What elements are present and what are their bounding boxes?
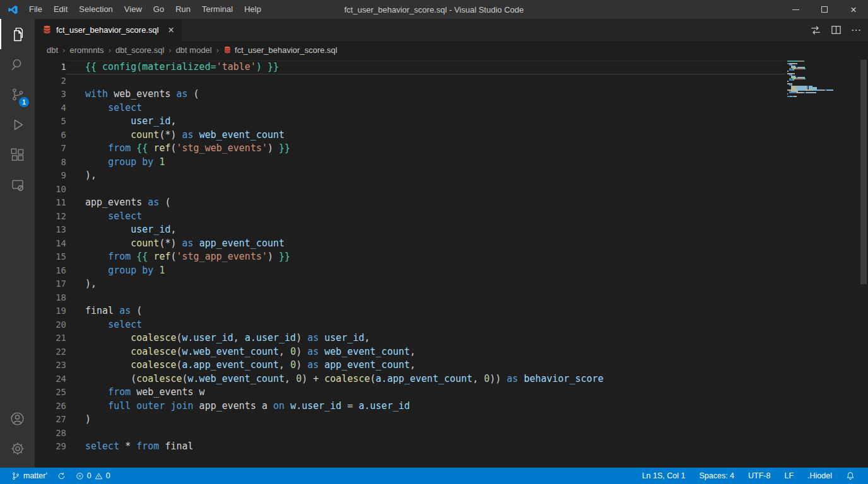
code-editor[interactable]: 1{{ config(materialized='table') }}23wit… xyxy=(35,59,868,468)
line-number[interactable]: 24 xyxy=(35,372,66,386)
code-line[interactable]: 25 from web_events w xyxy=(35,386,868,400)
close-button[interactable]: × xyxy=(839,0,868,19)
code-line[interactable]: 23 coalesce(a.app_event_count, 0) as app… xyxy=(35,359,868,372)
menu-edit[interactable]: Edit xyxy=(48,0,73,19)
code-line[interactable]: 21 coalesce(w.user_id, a.user_id) as use… xyxy=(35,331,868,345)
sync-button[interactable] xyxy=(52,468,71,484)
menu-run[interactable]: Run xyxy=(170,0,196,19)
code-line[interactable]: 13 user_id, xyxy=(35,223,868,237)
line-number[interactable]: 25 xyxy=(35,386,66,400)
code-line[interactable]: 7 from {{ ref('stg_web_events') }} xyxy=(35,142,868,156)
code-line[interactable]: 28 xyxy=(35,427,868,441)
line-number[interactable]: 8 xyxy=(35,156,66,170)
breadcrumb-item-folder[interactable]: eromnnts xyxy=(69,45,104,55)
tab-fct-user-behavior-score[interactable]: fct_user_behavior_score.sql × xyxy=(35,19,182,41)
code-line[interactable]: 19final as ( xyxy=(35,304,868,318)
code-line[interactable]: 29select * from final xyxy=(35,440,868,454)
line-number[interactable]: 17 xyxy=(35,277,66,291)
search-button[interactable] xyxy=(0,49,35,79)
problems-status[interactable]: 0 0 xyxy=(71,468,115,484)
line-number[interactable]: 18 xyxy=(35,291,66,305)
line-number[interactable]: 20 xyxy=(35,318,66,332)
extensions-button[interactable] xyxy=(0,140,35,170)
line-number[interactable]: 3 xyxy=(35,88,66,101)
open-changes-icon[interactable] xyxy=(810,25,821,36)
cursor-position-status[interactable]: Ln 1S, Col 1 xyxy=(635,468,693,484)
breadcrumb-item-dbt-model[interactable]: dbt model xyxy=(175,45,213,55)
indentation-status[interactable]: Spaces: 4 xyxy=(692,468,741,484)
line-number[interactable]: 10 xyxy=(35,183,66,197)
line-number[interactable]: 13 xyxy=(35,223,66,237)
menu-go[interactable]: Go xyxy=(148,0,170,19)
code-line[interactable]: 26 full outer join app_events a on w.use… xyxy=(35,400,868,413)
breadcrumb-item-file[interactable]: fct_user_behavior_score.sql xyxy=(223,45,338,55)
code-line[interactable]: 16 group by 1 xyxy=(35,264,868,278)
line-number[interactable]: 1 xyxy=(35,60,66,74)
line-number[interactable]: 9 xyxy=(35,169,66,183)
line-number[interactable]: 11 xyxy=(35,196,66,210)
line-number[interactable]: 12 xyxy=(35,210,66,224)
line-number[interactable]: 6 xyxy=(35,129,66,142)
settings-button[interactable] xyxy=(0,434,35,464)
code-line[interactable]: 11app_events as ( xyxy=(35,196,868,210)
more-actions-icon[interactable]: ⋯ xyxy=(851,24,862,36)
code-line[interactable]: 10 xyxy=(35,183,868,197)
minimap[interactable] xyxy=(787,60,858,97)
line-number[interactable]: 15 xyxy=(35,250,66,264)
run-debug-button[interactable] xyxy=(0,110,35,140)
menu-terminal[interactable]: Terminal xyxy=(196,0,238,19)
code-line[interactable]: 5 user_id, xyxy=(35,115,868,129)
code-line[interactable]: 22 coalesce(w.web_event_count, 0) as web… xyxy=(35,345,868,359)
menu-file[interactable]: File xyxy=(23,0,48,19)
menu-selection[interactable]: Selection xyxy=(73,0,118,19)
split-editor-icon[interactable] xyxy=(831,25,842,35)
minimize-button[interactable] xyxy=(781,0,810,19)
code-line[interactable]: 15 from {{ ref('stg_app_events') }} xyxy=(35,250,868,264)
line-number[interactable]: 23 xyxy=(35,359,66,372)
source-control-button[interactable]: 1 xyxy=(0,79,35,110)
breadcrumb-item-dbt-score[interactable]: dbt_score.sql xyxy=(115,45,165,55)
code-line[interactable]: 17), xyxy=(35,277,868,291)
line-number[interactable]: 14 xyxy=(35,237,66,251)
line-number[interactable]: 21 xyxy=(35,331,66,345)
line-number[interactable]: 28 xyxy=(35,427,66,441)
explorer-button[interactable] xyxy=(0,19,35,49)
git-branch-status[interactable]: matter' xyxy=(6,468,52,484)
breadcrumb-item-dbt[interactable]: dbt xyxy=(46,45,59,55)
line-number[interactable]: 26 xyxy=(35,400,66,413)
line-number[interactable]: 16 xyxy=(35,264,66,278)
vertical-scrollbar[interactable] xyxy=(860,60,867,284)
code-line[interactable]: 20 select xyxy=(35,318,868,332)
code-line[interactable]: 14 count(*) as app_event_count xyxy=(35,237,868,251)
line-number[interactable]: 27 xyxy=(35,413,66,427)
line-number[interactable]: 5 xyxy=(35,115,66,129)
line-number[interactable]: 22 xyxy=(35,345,66,359)
code-line[interactable]: 2 xyxy=(35,74,868,88)
code-line[interactable]: 6 count(*) as web_event_count xyxy=(35,129,868,142)
remote-explorer-button[interactable] xyxy=(0,170,35,200)
code-line[interactable]: 27) xyxy=(35,413,868,427)
code-area[interactable]: 1{{ config(materialized='table') }}23wit… xyxy=(35,60,868,454)
line-number[interactable]: 7 xyxy=(35,142,66,156)
line-number[interactable]: 2 xyxy=(35,74,66,88)
line-number[interactable]: 29 xyxy=(35,440,66,454)
line-number[interactable]: 19 xyxy=(35,304,66,318)
maximize-button[interactable] xyxy=(810,0,839,19)
menu-view[interactable]: View xyxy=(119,0,148,19)
eol-status[interactable]: LF xyxy=(777,468,801,484)
code-line[interactable]: 24 (coalesce(w.web_event_count, 0) + coa… xyxy=(35,372,868,386)
accounts-button[interactable] xyxy=(0,403,35,434)
code-line[interactable]: 9), xyxy=(35,169,868,183)
code-line[interactable]: 1{{ config(materialized='table') }} xyxy=(35,60,868,74)
tab-close-icon[interactable]: × xyxy=(168,25,174,35)
notifications-button[interactable] xyxy=(839,468,862,484)
code-line[interactable]: 8 group by 1 xyxy=(35,156,868,170)
line-number[interactable]: 4 xyxy=(35,101,66,115)
menu-help[interactable]: Help xyxy=(238,0,267,19)
code-line[interactable]: 3with web_events as ( xyxy=(35,88,868,101)
encoding-status[interactable]: UTF-8 xyxy=(741,468,777,484)
code-line[interactable]: 4 select xyxy=(35,101,868,115)
code-line[interactable]: 12 select xyxy=(35,210,868,224)
code-line[interactable]: 18 xyxy=(35,291,868,305)
language-mode-status[interactable]: .Hiodel xyxy=(801,468,839,484)
